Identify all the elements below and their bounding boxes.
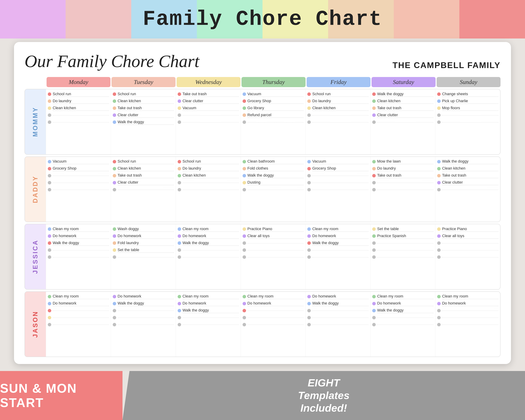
chore-dot [113, 167, 116, 170]
chore-text: Do homework [183, 301, 239, 306]
chore-text: Clear clutter [377, 113, 433, 118]
day-header-sunday: Sunday [437, 77, 500, 87]
chore-dot [372, 255, 376, 259]
mommy-day-0: School runDo laundryClean kitchen [46, 89, 111, 154]
chore-item: Clean my room [48, 226, 109, 232]
chore-dot [437, 120, 441, 124]
person-label-jason: JASON [25, 292, 46, 357]
page-title: Family Chore Chart [143, 7, 382, 31]
chore-text [377, 182, 433, 183]
bottom-left-text: SUN & MON Start [0, 381, 122, 410]
chore-text [118, 317, 174, 318]
chore-text [442, 257, 498, 257]
chore-text: Walk the doggy [377, 92, 433, 97]
chore-dot [437, 295, 441, 298]
chore-text [53, 189, 109, 190]
chore-item: Walk the doggy [243, 173, 304, 179]
chore-text: Clean bathroom [247, 159, 304, 164]
chore-dot [243, 241, 246, 245]
person-row-mommy: MOMMYSchool runDo laundryClean kitchenSc… [25, 89, 500, 155]
chore-text: Do homework [183, 234, 239, 239]
chore-item: Walk the doggy [113, 119, 174, 125]
chore-item: Clear clutter [113, 179, 174, 186]
chore-text [183, 189, 239, 190]
chore-dot [307, 302, 311, 305]
chore-text [312, 115, 369, 115]
chore-dot [113, 181, 116, 185]
daddy-day-2: School runDo laundryClean kitchen [176, 157, 241, 222]
chore-text: Change sheets [442, 92, 498, 97]
chore-item: Dusting [243, 179, 304, 186]
chore-text: Take out trash [377, 106, 433, 111]
chore-item [48, 247, 109, 253]
chore-text [118, 324, 174, 325]
chore-text: Clean my room [247, 294, 304, 299]
chore-item: Set the table [372, 226, 433, 232]
chore-text: Clean my room [53, 227, 109, 232]
chore-text: Practice Piano [442, 227, 498, 232]
chore-item [243, 240, 304, 246]
chore-dot [372, 113, 376, 117]
chore-text: Clean kitchen [53, 106, 109, 111]
chore-dot [113, 188, 116, 191]
chore-text [377, 257, 433, 257]
chore-dot [178, 227, 181, 231]
chore-text: Clean kitchen [118, 166, 174, 171]
chore-dot [307, 99, 311, 103]
chore-dot [113, 309, 116, 312]
chore-text: Do homework [247, 301, 304, 306]
chore-item [113, 308, 174, 314]
chore-dot [48, 167, 51, 170]
chore-dot [307, 181, 311, 185]
chore-item [48, 179, 109, 186]
chore-item: School run [48, 91, 109, 97]
chore-item [113, 315, 174, 321]
chore-text: Clean kitchen [183, 173, 239, 178]
chore-item [372, 187, 433, 193]
chore-item: Change sheets [437, 91, 498, 97]
chore-item: Clean my room [307, 226, 369, 232]
chore-item: Clear clutter [372, 112, 433, 118]
jason-day-0: Clean my roomDo homework [46, 292, 111, 357]
chore-text [183, 250, 239, 251]
chore-dot [437, 113, 441, 117]
chore-text: Walk the doggy [312, 241, 369, 246]
chore-text: Grocery Shop [53, 166, 109, 171]
chore-text [442, 122, 498, 122]
chore-dot [48, 255, 51, 259]
chore-text [183, 257, 239, 257]
chore-item: Clean kitchen [48, 105, 109, 111]
days-header: MondayTuesdayWednesdayThursdayFridaySatu… [25, 77, 500, 87]
jessica-day-6: Practice PianoClear all toys [435, 224, 500, 289]
chore-item [372, 321, 433, 328]
chore-dot [178, 113, 181, 117]
chore-text [247, 310, 304, 311]
chore-text: Walk the doggy [118, 301, 174, 306]
day-header-friday: Friday [307, 77, 370, 87]
chore-item: Vacuum [178, 105, 239, 111]
chore-item [307, 247, 369, 253]
chore-dot [307, 248, 311, 252]
chore-text [53, 182, 109, 183]
mommy-day-4: School runDo laundryClean kitchen [305, 89, 370, 154]
chore-text: Do homework [312, 294, 369, 299]
chore-item: Go library [243, 105, 304, 111]
jessica-day-1: Wash doggyDo homeworkFold laundrySet the… [111, 224, 176, 289]
chore-text [118, 310, 174, 311]
chore-dot [243, 181, 246, 185]
chore-item [48, 315, 109, 321]
chore-dot [437, 188, 441, 191]
chore-text: Clean my room [312, 227, 369, 232]
chore-dot [437, 227, 441, 231]
chore-dot [372, 309, 376, 312]
chore-dot [48, 316, 51, 319]
jessica-day-0: Clean my roomDo homeworkWalk the doggy [46, 224, 111, 289]
daddy-day-6: Walk the doggyClean kitchenTake out tras… [435, 157, 500, 222]
chore-dot [243, 188, 246, 191]
chore-dot [113, 113, 116, 117]
chore-item: Clean kitchen [178, 173, 239, 179]
chore-text: Go library [247, 106, 304, 111]
jason-day-5: Clean my roomDo homeworkWalk the doggy [370, 292, 435, 357]
chore-dot [437, 167, 441, 170]
chore-text: Pick up Charlie [442, 99, 498, 104]
